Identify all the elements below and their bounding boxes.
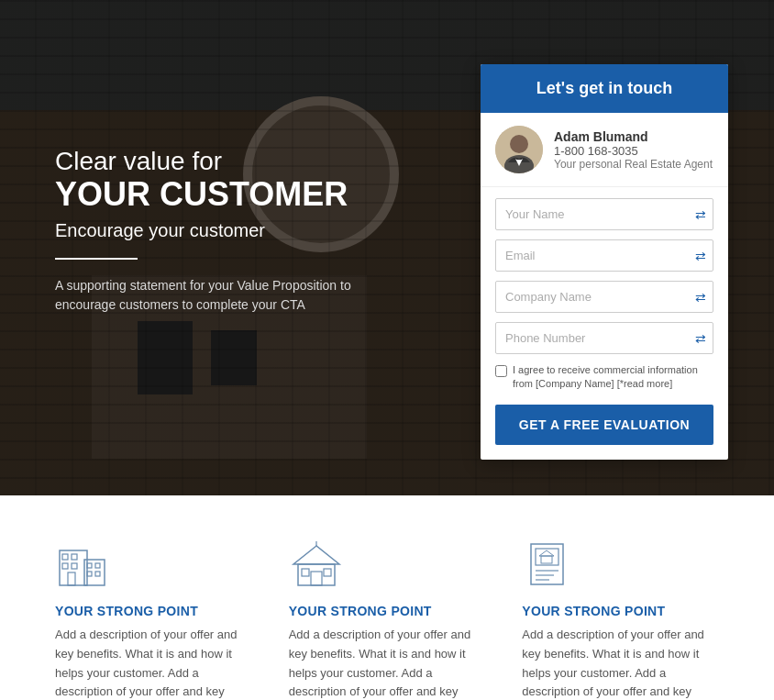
company-input[interactable] (495, 281, 713, 313)
card-header-title: Let's get in touch (495, 79, 713, 98)
document-icon (522, 541, 719, 591)
feature-title-3: YOUR STRONG POINT (522, 604, 719, 618)
svg-rect-6 (62, 563, 68, 569)
svg-rect-18 (311, 572, 322, 585)
consent-text: I agree to receive commercial informatio… (513, 363, 713, 392)
svg-rect-11 (95, 563, 100, 568)
contact-card: Let's get in touch Adam Blumand (481, 64, 728, 460)
house-icon (289, 541, 486, 591)
svg-rect-3 (60, 550, 87, 585)
company-field-icon: ⇄ (695, 290, 706, 305)
feature-title-1: YOUR STRONG POINT (55, 604, 252, 618)
svg-rect-26 (541, 556, 552, 563)
svg-marker-14 (293, 546, 339, 564)
agent-phone: 1-800 168-3035 (554, 144, 713, 158)
consent-checkbox[interactable] (495, 365, 507, 377)
phone-field-wrapper: ⇄ (495, 322, 713, 354)
svg-marker-25 (539, 550, 554, 556)
feature-item-2: YOUR STRONG POINT Add a description of y… (289, 541, 486, 700)
avatar (495, 126, 543, 173)
feature-title-2: YOUR STRONG POINT (289, 604, 486, 618)
feature-item-3: YOUR STRONG POINT Add a description of y… (522, 541, 719, 700)
phone-input[interactable] (495, 322, 713, 354)
hero-tagline: Encourage your customer (55, 220, 404, 241)
agent-name: Adam Blumand (554, 129, 713, 144)
cta-button[interactable]: GET A FREE EVALUATION (495, 405, 713, 445)
agent-section: Adam Blumand 1-800 168-3035 Your persona… (481, 113, 728, 187)
building-icon (55, 541, 252, 591)
email-input[interactable] (495, 239, 713, 272)
hero-support-text: A supporting statement for your Value Pr… (55, 276, 404, 315)
svg-rect-13 (95, 572, 100, 576)
features-section: YOUR STRONG POINT Add a description of y… (0, 495, 774, 700)
svg-rect-15 (298, 564, 335, 585)
svg-point-1 (510, 135, 528, 153)
hero-section: Clear value for YOUR CUSTOMER Encourage … (0, 0, 774, 495)
feature-desc-2: Add a description of your offer and key … (289, 626, 486, 700)
agent-role: Your personal Real Estate Agent (554, 158, 713, 171)
company-field-wrapper: ⇄ (495, 281, 713, 313)
agent-info: Adam Blumand 1-800 168-3035 Your persona… (554, 129, 713, 171)
svg-rect-16 (302, 569, 309, 576)
hero-content: Clear value for YOUR CUSTOMER Encourage … (0, 0, 774, 495)
phone-field-icon: ⇄ (695, 331, 706, 346)
email-field-icon: ⇄ (695, 249, 706, 263)
hero-title: YOUR CUSTOMER (55, 176, 404, 213)
feature-desc-3: Add a description of your offer and key … (522, 626, 719, 700)
svg-rect-7 (72, 563, 77, 569)
name-field-icon: ⇄ (695, 207, 706, 222)
svg-rect-5 (72, 554, 77, 560)
svg-rect-8 (68, 572, 75, 585)
card-header: Let's get in touch (481, 64, 728, 113)
name-input[interactable] (495, 198, 713, 230)
consent-row: I agree to receive commercial informatio… (495, 363, 713, 392)
hero-divider (55, 258, 138, 260)
feature-item-1: YOUR STRONG POINT Add a description of y… (55, 541, 252, 700)
svg-rect-17 (324, 569, 331, 576)
email-field-wrapper: ⇄ (495, 239, 713, 272)
name-field-wrapper: ⇄ (495, 198, 713, 230)
hero-text: Clear value for YOUR CUSTOMER Encourage … (55, 55, 404, 315)
contact-form: ⇄ ⇄ ⇄ ⇄ I agree to receive commercial in… (481, 187, 728, 460)
svg-rect-4 (62, 554, 68, 560)
feature-desc-1: Add a description of your offer and key … (55, 626, 252, 700)
hero-subtitle: Clear value for (55, 147, 404, 176)
